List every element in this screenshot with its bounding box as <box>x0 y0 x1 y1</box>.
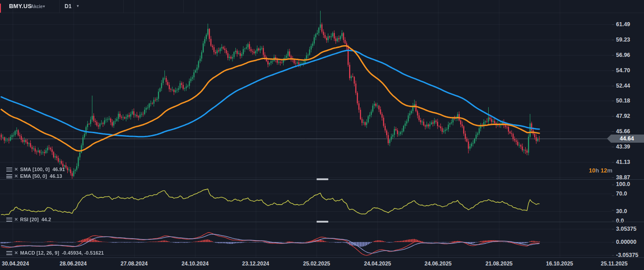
header-divider <box>59 0 60 13</box>
header-divider <box>183 0 184 13</box>
chart-canvas[interactable] <box>0 0 644 270</box>
macd-close-icon[interactable]: × <box>14 251 18 255</box>
macd-legend: × MACD [12, 26, 9] -0.45934, -0.51621 <box>6 250 104 256</box>
header-divider <box>123 0 124 13</box>
symbol-caret-down-icon[interactable]: ▾ <box>43 4 45 9</box>
countdown-minutes: 12 <box>601 167 607 174</box>
ema-settings-icon[interactable] <box>6 174 12 178</box>
macd-settings-icon[interactable] <box>6 251 12 255</box>
sma-legend: × SMA [100, 0] 46.91 <box>6 166 65 172</box>
timeframe-caret-down-icon[interactable]: ▾ <box>77 4 79 8</box>
time-axis-divider <box>0 257 644 258</box>
symbol-label[interactable]: BMY.US <box>9 3 32 9</box>
rsi-value: 44.2 <box>42 217 51 222</box>
instrument-type-badge: Akcie <box>31 4 43 9</box>
candle-countdown: 10h 12m <box>559 167 612 174</box>
rsi-legend: × RSI [20] 44.2 <box>6 216 51 223</box>
pane-resize-handle[interactable] <box>317 221 328 223</box>
pane-resize-handle[interactable] <box>317 178 328 180</box>
sma-value: 46.91 <box>52 167 65 172</box>
current-price-tag: 44.64 <box>607 135 644 143</box>
chart-header: BMY.US Akcie ▾ D1 ▾ <box>0 0 644 13</box>
countdown-hours: 10 <box>589 167 595 174</box>
ema-legend: × EMA [50, 0] 46.13 <box>6 173 62 179</box>
timeframe-selector[interactable]: D1 <box>65 3 71 9</box>
ema-value: 46.13 <box>50 173 62 179</box>
trading-chart-app: BMY.US Akcie ▾ D1 ▾ 61.49 59.23 56.96 54… <box>0 0 644 270</box>
macd-value: -0.45934, -0.51621 <box>62 250 104 256</box>
sma-close-icon[interactable]: × <box>14 167 18 172</box>
sma-settings-icon[interactable] <box>6 168 12 172</box>
ema-close-icon[interactable]: × <box>14 174 18 178</box>
rsi-close-icon[interactable]: × <box>14 217 18 222</box>
left-edge-marker <box>0 4 1 13</box>
rsi-settings-icon[interactable] <box>6 218 12 222</box>
